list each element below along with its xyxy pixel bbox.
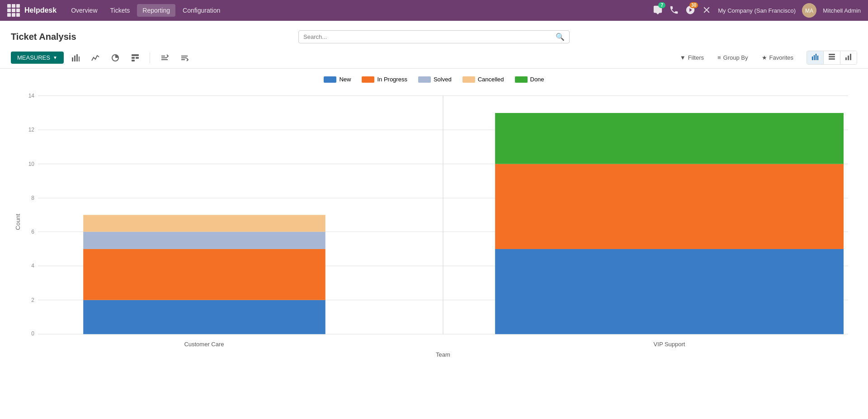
svg-text:4: 4 [31, 263, 34, 269]
svg-rect-24 [850, 54, 851, 60]
svg-rect-1 [74, 56, 75, 61]
legend-label-new: New [339, 76, 351, 83]
activity-count: 30 [689, 2, 698, 8]
nav-reporting[interactable]: Reporting [137, 4, 175, 17]
nav-configuration[interactable]: Configuration [177, 4, 226, 17]
star-icon: ★ [762, 54, 767, 61]
company-name: My Company (San Francisco) [718, 7, 796, 14]
bar-customer-care-new [83, 300, 326, 334]
bar-customer-care-inprogress [83, 249, 326, 300]
svg-rect-17 [816, 54, 816, 60]
bar-vip-support-done [495, 113, 844, 164]
svg-rect-6 [132, 57, 135, 59]
topnav-right: 7 30 My Company (San Francisco) Mitchell… [653, 3, 861, 18]
bar-chart-button[interactable] [67, 51, 84, 65]
legend-new: New [324, 76, 351, 83]
bar-customer-care-cancelled [83, 215, 326, 231]
sort-desc-button[interactable] [176, 51, 193, 65]
chat-count: 7 [658, 2, 665, 8]
svg-rect-2 [76, 54, 78, 61]
measures-button[interactable]: MEASURES ▼ [11, 52, 64, 64]
favorites-label: Favorites [769, 54, 793, 61]
grid-menu-icon[interactable] [7, 4, 20, 17]
user-name: Mitchell Admin [823, 7, 861, 14]
legend-done: Done [515, 76, 544, 83]
svg-text:12: 12 [28, 127, 35, 133]
legend-swatch-done [515, 76, 528, 83]
search-button[interactable]: 🔍 [556, 33, 565, 41]
legend-swatch-solved [418, 76, 431, 83]
legend-solved: Solved [418, 76, 452, 83]
svg-text:8: 8 [31, 195, 34, 201]
svg-text:6: 6 [31, 229, 34, 235]
top-navigation: Helpdesk Overview Tickets Reporting Conf… [0, 0, 868, 21]
page-title: Ticket Analysis [11, 28, 76, 46]
svg-rect-7 [136, 57, 139, 59]
filter-icon: ▼ [680, 54, 686, 61]
table-view-button[interactable] [824, 51, 840, 64]
menu-icon: ≡ [717, 54, 721, 61]
x-label-vip-support: VIP Support [654, 341, 685, 348]
sort-asc-button[interactable] [156, 51, 173, 65]
bar-vip-support-new [495, 249, 844, 334]
toolbar: MEASURES ▼ ▼ Filters ≡ Group By ★ Favori… [0, 47, 868, 69]
search-bar: 🔍 [298, 30, 570, 43]
svg-rect-21 [829, 58, 835, 60]
svg-rect-15 [812, 56, 813, 60]
svg-rect-20 [829, 56, 835, 57]
search-input[interactable] [303, 33, 556, 40]
chat-icon[interactable]: 7 [653, 5, 663, 16]
bar-vip-support-inprogress [495, 164, 844, 249]
stats-view-button[interactable] [840, 51, 857, 64]
svg-rect-0 [72, 57, 73, 61]
svg-rect-23 [848, 56, 849, 60]
favorites-button[interactable]: ★ Favorites [756, 52, 799, 64]
line-chart-button[interactable] [87, 51, 104, 65]
user-avatar[interactable] [802, 3, 816, 18]
filters-label: Filters [688, 54, 704, 61]
legend-swatch-inprogress [362, 76, 374, 83]
legend-swatch-new [324, 76, 336, 83]
nav-overview[interactable]: Overview [66, 4, 103, 17]
x-axis-title: Team [436, 351, 450, 358]
measures-dropdown-arrow: ▼ [53, 55, 57, 60]
svg-text:0: 0 [31, 330, 34, 337]
brand-name: Helpdesk [24, 6, 57, 14]
legend-swatch-cancelled [462, 76, 475, 83]
pie-chart-button[interactable] [107, 51, 123, 65]
measures-label: MEASURES [17, 54, 50, 61]
svg-text:10: 10 [28, 161, 35, 167]
toolbar-separator-1 [150, 52, 150, 63]
nav-links: Overview Tickets Reporting Configuration [66, 4, 644, 17]
activity-icon[interactable]: 30 [685, 5, 695, 16]
chart-legend: New In Progress Solved Cancelled Done [11, 69, 857, 86]
legend-label-solved: Solved [434, 76, 452, 83]
app-brand[interactable]: Helpdesk [7, 4, 57, 17]
filters-button[interactable]: ▼ Filters [674, 52, 710, 64]
group-by-button[interactable]: ≡ Group By [712, 52, 754, 64]
svg-rect-8 [132, 60, 135, 61]
chart-container: Count 0 2 4 6 8 10 12 [11, 86, 857, 358]
page-header: Ticket Analysis 🔍 [0, 21, 868, 47]
bar-view-button[interactable] [807, 51, 824, 64]
chart-svg: Count 0 2 4 6 8 10 12 [11, 86, 857, 358]
toolbar-right: ▼ Filters ≡ Group By ★ Favorites [674, 51, 857, 65]
svg-rect-18 [817, 56, 818, 60]
close-icon[interactable] [702, 5, 712, 16]
svg-rect-5 [132, 54, 139, 56]
pivot-button[interactable] [127, 51, 143, 65]
legend-inprogress: In Progress [362, 76, 407, 83]
nav-tickets[interactable]: Tickets [105, 4, 136, 17]
phone-icon[interactable] [669, 5, 679, 16]
legend-label-inprogress: In Progress [377, 76, 407, 83]
x-label-customer-care: Customer Care [184, 341, 224, 348]
view-toggle [807, 51, 857, 65]
legend-label-done: Done [530, 76, 544, 83]
chart-area: New In Progress Solved Cancelled Done Co… [0, 69, 868, 367]
svg-rect-19 [829, 54, 835, 55]
svg-text:2: 2 [31, 297, 34, 303]
svg-rect-16 [814, 55, 815, 60]
legend-cancelled: Cancelled [462, 76, 504, 83]
legend-label-cancelled: Cancelled [478, 76, 504, 83]
svg-rect-22 [845, 57, 847, 60]
